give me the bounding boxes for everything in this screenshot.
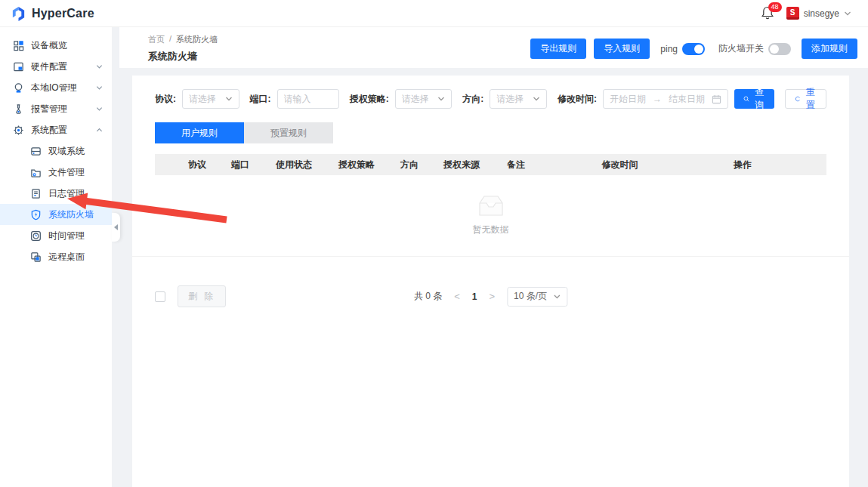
- current-page[interactable]: 1: [472, 291, 477, 302]
- search-button-label: 查询: [753, 86, 765, 112]
- divider: [132, 256, 849, 257]
- gear-icon: [13, 125, 24, 136]
- protocol-label: 协议:: [155, 93, 176, 106]
- next-page-button[interactable]: >: [490, 291, 496, 302]
- sidebar-item-label: 设备概览: [31, 39, 67, 52]
- column-header: 授权策略: [324, 159, 389, 171]
- sidebar-item-label: 时间管理: [48, 230, 85, 242]
- mtime-label: 修改时间:: [558, 93, 597, 106]
- sidebar-item-label: 报警管理: [31, 103, 67, 116]
- empty-state: 暂无数据: [132, 193, 849, 236]
- pagination: 共 0 条 < 1 > 10 条/页: [414, 287, 567, 307]
- delete-button[interactable]: 删 除: [178, 285, 226, 307]
- sidebar-item-system-config[interactable]: 系统配置: [0, 119, 112, 140]
- breadcrumb-current: 系统防火墙: [176, 34, 218, 45]
- tab-preset-rules[interactable]: 预置规则: [244, 122, 333, 143]
- prev-page-button[interactable]: <: [454, 291, 460, 302]
- empty-box-icon: [474, 193, 508, 219]
- direction-placeholder: 请选择: [496, 93, 524, 106]
- hardware-icon: [13, 61, 24, 72]
- protocol-placeholder: 请选择: [189, 93, 216, 106]
- dual-domain-icon: [30, 146, 42, 157]
- date-start-placeholder: 开始日期: [610, 93, 646, 106]
- chevron-down-icon: [96, 63, 103, 70]
- port-label: 端口:: [250, 93, 271, 106]
- sidebar-item-label: 系统防火墙: [48, 208, 94, 221]
- sidebar-item-label: 日志管理: [48, 187, 85, 200]
- sidebar-item-dual-domain[interactable]: 双域系统: [0, 140, 112, 162]
- policy-placeholder: 请选择: [402, 93, 429, 106]
- toggle-knob: [770, 45, 779, 54]
- hypercare-logo-icon: [11, 5, 26, 22]
- chevron-up-icon: [96, 127, 103, 134]
- notification-count-badge: 48: [768, 2, 782, 12]
- select-all-checkbox[interactable]: [155, 291, 165, 302]
- top-bar: HyperCare 48 S sinsegye: [0, 0, 868, 27]
- add-rule-button[interactable]: 添加规则: [802, 39, 857, 59]
- collapse-arrow-icon: [114, 224, 118, 230]
- sidebar-item-alarm[interactable]: 报警管理: [0, 98, 112, 119]
- policy-label: 授权策略:: [350, 93, 389, 106]
- reset-button[interactable]: 重置: [785, 89, 826, 109]
- chevron-down-icon: [96, 106, 103, 113]
- sidebar-item-system-firewall[interactable]: 系统防火墙: [0, 204, 112, 225]
- username: sinsegye: [804, 8, 839, 19]
- chevron-down-icon: [225, 95, 233, 103]
- remote-desktop-icon: [30, 251, 42, 263]
- policy-select[interactable]: 请选择: [395, 89, 453, 109]
- io-icon: [13, 82, 24, 94]
- tab-user-rules[interactable]: 用户规则: [155, 122, 244, 143]
- app-logo: HyperCare: [11, 5, 94, 22]
- sidebar-item-label: 本地IO管理: [31, 82, 77, 94]
- sidebar-item-log-management[interactable]: 日志管理: [0, 183, 112, 204]
- search-icon: [743, 94, 749, 103]
- ping-toggle[interactable]: [682, 43, 705, 55]
- chevron-down-icon: [533, 95, 540, 103]
- alarm-icon: [13, 103, 24, 115]
- user-menu[interactable]: S sinsegye: [786, 7, 851, 20]
- sidebar-item-hardware-config[interactable]: 硬件配置: [0, 56, 112, 77]
- page-header-band: 首页 / 系统防火墙 系统防火墙 导出规则 导入规则 ping 防火墙开关 添加…: [119, 27, 868, 68]
- content-card: 协议: 请选择 端口: 授权策略: 请选择 方向: 请选择 修改时间: 开始日期…: [132, 76, 849, 487]
- page-size-select[interactable]: 10 条/页: [507, 287, 567, 307]
- sidebar-collapse-handle[interactable]: [112, 213, 120, 242]
- sidebar-item-remote-desktop[interactable]: 远程桌面: [0, 246, 112, 267]
- shield-icon: [30, 209, 42, 220]
- search-button[interactable]: 查询: [734, 89, 774, 109]
- log-icon: [30, 188, 42, 199]
- import-rules-button[interactable]: 导入规则: [594, 39, 650, 59]
- table-header: 协议 端口 使用状态 授权策略 方向 授权来源 备注 修改时间 操作: [155, 154, 826, 175]
- page-size-value: 10 条/页: [514, 290, 547, 303]
- export-rules-button[interactable]: 导出规则: [530, 39, 586, 59]
- app-title: HyperCare: [32, 7, 94, 20]
- direction-label: 方向:: [462, 93, 483, 106]
- sidebar-item-local-io[interactable]: 本地IO管理: [0, 77, 112, 98]
- sidebar-item-time-management[interactable]: 时间管理: [0, 225, 112, 246]
- refresh-icon: [795, 94, 801, 103]
- firewall-toggle[interactable]: [768, 43, 791, 55]
- sidebar-item-label: 文件管理: [48, 166, 85, 179]
- breadcrumb-home[interactable]: 首页: [148, 34, 165, 45]
- sidebar-item-file-management[interactable]: 文件管理: [0, 162, 112, 183]
- notification-bell[interactable]: 48: [761, 5, 776, 22]
- column-header: 授权来源: [430, 159, 493, 171]
- column-header: 使用状态: [264, 159, 324, 171]
- calendar-icon: [712, 94, 721, 104]
- chevron-down-icon: [844, 10, 851, 17]
- sidebar-item-label: 双域系统: [48, 145, 85, 158]
- port-input-wrap: [277, 89, 339, 109]
- toggle-knob: [694, 45, 703, 54]
- ping-label: ping: [660, 44, 678, 54]
- column-header: 修改时间: [539, 159, 701, 171]
- protocol-select[interactable]: 请选择: [182, 89, 239, 109]
- date-range-picker[interactable]: 开始日期 → 结束日期: [603, 89, 728, 109]
- sidebar-item-label: 硬件配置: [31, 60, 67, 73]
- direction-select[interactable]: 请选择: [490, 89, 547, 109]
- chevron-down-icon: [437, 95, 445, 103]
- port-input[interactable]: [284, 94, 332, 104]
- column-header: 端口: [217, 159, 264, 171]
- column-header: 方向: [389, 159, 430, 171]
- filter-row: 协议: 请选择 端口: 授权策略: 请选择 方向: 请选择 修改时间: 开始日期…: [132, 76, 849, 109]
- sidebar-item-device-overview[interactable]: 设备概览: [0, 35, 112, 56]
- chevron-down-icon: [96, 85, 103, 91]
